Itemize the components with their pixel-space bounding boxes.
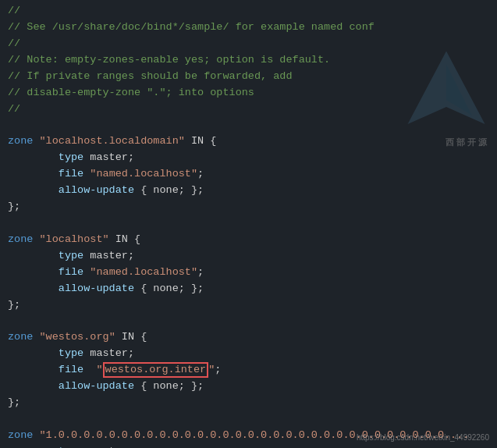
code-line: allow-update { none; }; [0,379,497,395]
watermark-url: https://blog.csdn.net/weixin_44992260 [357,433,489,442]
code-line: zone "localhost.localdomain" IN { [0,133,497,150]
code-line: // [0,3,497,20]
code-editor: 西部开源 https://blog.csdn.net/weixin_449922… [0,0,497,448]
code-line [0,314,497,330]
code-line: // See /usr/share/doc/bind*/sample/ for … [0,20,497,36]
code-line: zone "westos.org" IN { [0,329,497,346]
code-line-highlight: file "westos.org.inter"; [0,362,497,379]
code-line: // [0,101,497,118]
code-line: // Note: empty-zones-enable yes; option … [0,52,497,69]
code-line: // [0,36,497,52]
code-line: type master; [0,150,497,166]
watermark-chinese-text: 西部开源 [446,137,489,148]
code-line: // disable-empty-zone "."; into options [0,85,497,101]
code-line: type master; [0,346,497,362]
code-line [0,215,497,232]
code-line: }; [0,199,497,215]
code-line: }; [0,297,497,314]
code-line: allow-update { none; }; [0,183,497,199]
code-line: // If private ranges should be forwarded… [0,69,497,85]
code-line: file "named.localhost"; [0,166,497,183]
code-line: type master; [0,444,497,448]
code-line: }; [0,395,497,411]
code-line [0,411,497,428]
code-line: allow-update { none; }; [0,281,497,297]
code-line [0,117,497,133]
code-line: file "named.localhost"; [0,265,497,281]
code-line: type master; [0,248,497,265]
code-line: zone "localhost" IN { [0,232,497,248]
